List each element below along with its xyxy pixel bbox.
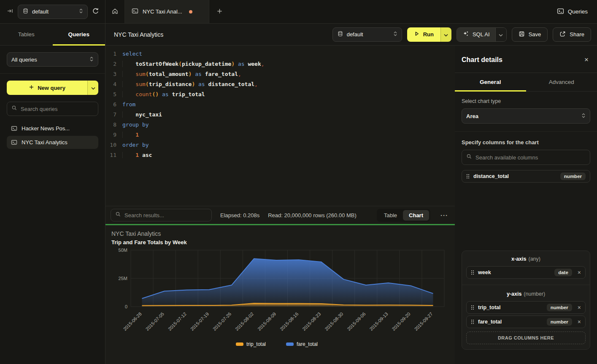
tab-advanced[interactable]: Advanced [526,73,597,91]
column-chip[interactable]: fare_totalnumber× [466,315,586,328]
x-axis-items: weekdate× [466,266,586,279]
save-icon [519,31,525,38]
new-tab-button[interactable] [209,0,230,23]
tab-nyc-taxi-analytics[interactable]: NYC Taxi Anal... [125,0,209,23]
line-number: 8 [105,120,116,130]
drag-handle-icon[interactable] [471,270,474,275]
x-tick-label: 2015-09-20 [391,311,411,332]
legend-swatch-trip_total[interactable] [236,342,243,346]
chart-svg: 025M50M2015-06-282015-07-052015-07-12201… [105,247,455,364]
code-line: 5 count() as trip_total [105,89,455,100]
sql-ai-button[interactable]: SQL AI [457,28,495,41]
legend-label[interactable]: trip_total [246,341,266,347]
drag-handle-icon[interactable] [471,305,474,310]
terminal-icon [11,139,17,146]
new-query-button[interactable]: New query [7,81,87,95]
legend-label[interactable]: fare_total [297,341,318,347]
column-name: fare_total [478,319,543,325]
new-query-options-button[interactable] [87,81,98,95]
column-type-badge: date [554,269,572,276]
chart-view-button[interactable]: Chart [403,210,429,221]
column-chip[interactable]: trip_totalnumber× [466,301,586,314]
results-search-input[interactable] [124,212,207,218]
topbar-left: default [0,0,105,23]
database-selector[interactable]: default [332,27,402,42]
line-number: 4 [105,79,116,89]
run-options-button[interactable] [440,27,451,42]
share-button-label: Share [570,31,584,38]
query-filter-selector[interactable]: All queries [7,52,98,67]
home-tab-button[interactable] [105,0,125,23]
drop-zone[interactable]: DRAG COLUMNS HERE [466,332,586,344]
x-tick-label: 2015-08-16 [279,311,299,332]
share-button[interactable]: Share [553,27,591,42]
tab-tables[interactable]: Tables [0,24,53,45]
x-tick-label: 2015-08-30 [324,311,344,332]
column-chip[interactable]: distance_totalnumber [462,170,590,183]
x-tick-label: 2015-07-05 [145,311,165,332]
chevron-updown-icon [89,56,94,63]
chevron-updown-icon [581,113,586,120]
table-view-button[interactable]: Table [378,210,403,221]
chart-panel: NYC Taxi Analytics Trip and Fare Totals … [105,225,455,364]
code-line: 9 1 [105,130,455,140]
refresh-button[interactable] [92,8,99,16]
query-list-item[interactable]: NYC Taxi Analytics [7,136,98,149]
remove-column-icon[interactable]: × [576,304,581,311]
remove-column-icon[interactable]: × [576,269,581,276]
run-button-group: Run [407,27,451,42]
chart-type-selector[interactable]: Area [462,108,590,124]
chart-details-header: Chart details × [455,46,597,73]
x-tick-label: 2015-09-06 [346,311,366,332]
plus-icon [29,84,34,91]
database-selector-value: default [32,8,76,15]
run-button[interactable]: Run [407,27,440,42]
more-options-icon[interactable]: ··· [439,212,450,219]
collapse-sidebar-button[interactable] [7,8,14,16]
query-list-item[interactable]: Hacker News Pos... [7,122,98,135]
line-number: 10 [105,140,116,150]
query-item-label: Hacker News Pos... [22,125,70,132]
legend-swatch-fare_total[interactable] [286,342,294,346]
y-tick-label: 50M [119,248,127,253]
sql-ai-button-label: SQL AI [473,31,490,38]
save-button[interactable]: Save [512,27,548,42]
database-selector-value: default [347,31,390,38]
tab-general[interactable]: General [455,73,526,91]
collapse-sidebar-icon [7,8,14,16]
x-axis-hint: (any) [528,256,540,262]
drag-handle-icon[interactable] [471,319,474,324]
y-axis-header: y-axis(number) [466,291,586,297]
sql-editor[interactable]: 1select2 toStartOfWeek(pickup_datetime) … [105,46,455,206]
query-search [7,102,98,116]
second-row: Tables Queries NYC Taxi Analytics defaul… [0,24,597,46]
x-tick-label: 2015-06-28 [122,311,143,332]
panel-divider [455,131,597,132]
available-columns-list: distance_totalnumber [462,170,590,183]
line-number: 9 [105,130,116,140]
database-selector[interactable]: default [18,5,88,19]
code-line: 4 sum(trip_distance) as distance_total, [105,79,455,89]
terminal-icon [132,8,138,16]
sql-ai-options-button[interactable] [495,28,506,41]
tab-queries[interactable]: Queries [53,24,105,45]
sql-ai-button-group: SQL AI [457,27,507,42]
line-number: 11 [105,150,116,160]
query-search-input[interactable] [21,106,94,112]
drag-handle-icon[interactable] [466,174,470,179]
code-line: 2 toStartOfWeek(pickup_datetime) as week… [105,59,455,69]
axes-config-box: x-axis(any) weekdate× y-axis(number) tri… [462,251,590,350]
panel-spacer [462,183,590,251]
topbar-right: Queries [557,0,597,23]
columns-search-input[interactable] [475,154,586,161]
results-toolbar: Elapsed: 0.208s Read: 20,000,000 rows (2… [105,206,455,224]
queries-button[interactable]: Queries [557,8,588,16]
remove-column-icon[interactable]: × [576,318,581,325]
search-icon [466,154,472,161]
line-number: 1 [105,49,116,59]
x-tick-label: 2015-08-23 [301,311,321,332]
save-button-label: Save [529,31,541,38]
column-chip[interactable]: weekdate× [466,266,586,279]
close-icon[interactable]: × [584,56,589,63]
read-stat: Read: 20,000,000 rows (260.00 MB) [268,212,357,218]
